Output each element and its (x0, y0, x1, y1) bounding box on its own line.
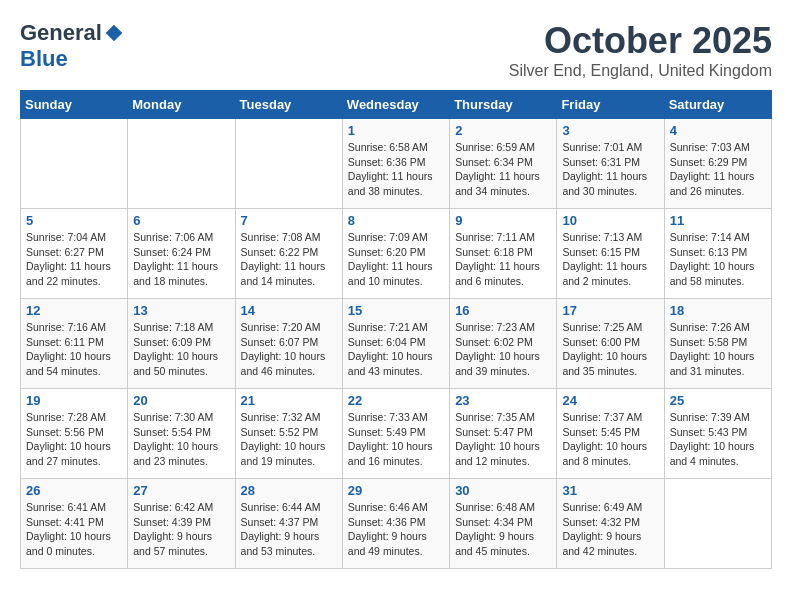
day-info: Sunrise: 6:49 AMSunset: 4:32 PMDaylight:… (562, 500, 658, 559)
day-number: 30 (455, 483, 551, 498)
day-number: 18 (670, 303, 766, 318)
logo-general: General (20, 20, 102, 46)
day-number: 28 (241, 483, 337, 498)
calendar-cell: 27Sunrise: 6:42 AMSunset: 4:39 PMDayligh… (128, 479, 235, 569)
day-info: Sunrise: 6:42 AMSunset: 4:39 PMDaylight:… (133, 500, 229, 559)
calendar-cell: 11Sunrise: 7:14 AMSunset: 6:13 PMDayligh… (664, 209, 771, 299)
day-info: Sunrise: 7:09 AMSunset: 6:20 PMDaylight:… (348, 230, 444, 289)
day-info: Sunrise: 7:21 AMSunset: 6:04 PMDaylight:… (348, 320, 444, 379)
weekday-header-wednesday: Wednesday (342, 91, 449, 119)
calendar-cell: 9Sunrise: 7:11 AMSunset: 6:18 PMDaylight… (450, 209, 557, 299)
calendar-cell: 28Sunrise: 6:44 AMSunset: 4:37 PMDayligh… (235, 479, 342, 569)
day-info: Sunrise: 7:35 AMSunset: 5:47 PMDaylight:… (455, 410, 551, 469)
day-number: 6 (133, 213, 229, 228)
day-number: 4 (670, 123, 766, 138)
calendar-week-row: 12Sunrise: 7:16 AMSunset: 6:11 PMDayligh… (21, 299, 772, 389)
weekday-header-row: SundayMondayTuesdayWednesdayThursdayFrid… (21, 91, 772, 119)
day-number: 13 (133, 303, 229, 318)
day-number: 24 (562, 393, 658, 408)
calendar-cell: 19Sunrise: 7:28 AMSunset: 5:56 PMDayligh… (21, 389, 128, 479)
calendar-cell: 1Sunrise: 6:58 AMSunset: 6:36 PMDaylight… (342, 119, 449, 209)
day-info: Sunrise: 7:39 AMSunset: 5:43 PMDaylight:… (670, 410, 766, 469)
day-info: Sunrise: 6:41 AMSunset: 4:41 PMDaylight:… (26, 500, 122, 559)
calendar-cell: 8Sunrise: 7:09 AMSunset: 6:20 PMDaylight… (342, 209, 449, 299)
calendar-cell (235, 119, 342, 209)
day-info: Sunrise: 6:59 AMSunset: 6:34 PMDaylight:… (455, 140, 551, 199)
day-number: 19 (26, 393, 122, 408)
weekday-header-friday: Friday (557, 91, 664, 119)
day-info: Sunrise: 7:37 AMSunset: 5:45 PMDaylight:… (562, 410, 658, 469)
day-number: 15 (348, 303, 444, 318)
day-info: Sunrise: 7:32 AMSunset: 5:52 PMDaylight:… (241, 410, 337, 469)
day-info: Sunrise: 6:44 AMSunset: 4:37 PMDaylight:… (241, 500, 337, 559)
day-number: 12 (26, 303, 122, 318)
day-number: 8 (348, 213, 444, 228)
day-number: 25 (670, 393, 766, 408)
day-info: Sunrise: 7:01 AMSunset: 6:31 PMDaylight:… (562, 140, 658, 199)
weekday-header-sunday: Sunday (21, 91, 128, 119)
day-info: Sunrise: 7:11 AMSunset: 6:18 PMDaylight:… (455, 230, 551, 289)
day-number: 31 (562, 483, 658, 498)
calendar-cell: 10Sunrise: 7:13 AMSunset: 6:15 PMDayligh… (557, 209, 664, 299)
day-number: 16 (455, 303, 551, 318)
calendar-cell: 17Sunrise: 7:25 AMSunset: 6:00 PMDayligh… (557, 299, 664, 389)
day-info: Sunrise: 7:26 AMSunset: 5:58 PMDaylight:… (670, 320, 766, 379)
day-number: 2 (455, 123, 551, 138)
calendar-cell: 6Sunrise: 7:06 AMSunset: 6:24 PMDaylight… (128, 209, 235, 299)
calendar-cell: 3Sunrise: 7:01 AMSunset: 6:31 PMDaylight… (557, 119, 664, 209)
day-number: 1 (348, 123, 444, 138)
logo-blue: Blue (20, 46, 68, 72)
calendar-cell: 30Sunrise: 6:48 AMSunset: 4:34 PMDayligh… (450, 479, 557, 569)
day-number: 17 (562, 303, 658, 318)
calendar-cell (664, 479, 771, 569)
calendar-cell: 23Sunrise: 7:35 AMSunset: 5:47 PMDayligh… (450, 389, 557, 479)
day-info: Sunrise: 7:04 AMSunset: 6:27 PMDaylight:… (26, 230, 122, 289)
calendar-table: SundayMondayTuesdayWednesdayThursdayFrid… (20, 90, 772, 569)
weekday-header-saturday: Saturday (664, 91, 771, 119)
day-info: Sunrise: 7:16 AMSunset: 6:11 PMDaylight:… (26, 320, 122, 379)
day-number: 27 (133, 483, 229, 498)
day-number: 21 (241, 393, 337, 408)
day-number: 26 (26, 483, 122, 498)
day-number: 7 (241, 213, 337, 228)
calendar-cell: 4Sunrise: 7:03 AMSunset: 6:29 PMDaylight… (664, 119, 771, 209)
day-info: Sunrise: 7:06 AMSunset: 6:24 PMDaylight:… (133, 230, 229, 289)
calendar-week-row: 26Sunrise: 6:41 AMSunset: 4:41 PMDayligh… (21, 479, 772, 569)
day-number: 10 (562, 213, 658, 228)
day-info: Sunrise: 6:48 AMSunset: 4:34 PMDaylight:… (455, 500, 551, 559)
calendar-cell: 15Sunrise: 7:21 AMSunset: 6:04 PMDayligh… (342, 299, 449, 389)
day-info: Sunrise: 7:03 AMSunset: 6:29 PMDaylight:… (670, 140, 766, 199)
calendar-cell: 18Sunrise: 7:26 AMSunset: 5:58 PMDayligh… (664, 299, 771, 389)
calendar-week-row: 1Sunrise: 6:58 AMSunset: 6:36 PMDaylight… (21, 119, 772, 209)
day-info: Sunrise: 7:13 AMSunset: 6:15 PMDaylight:… (562, 230, 658, 289)
calendar-cell: 13Sunrise: 7:18 AMSunset: 6:09 PMDayligh… (128, 299, 235, 389)
day-info: Sunrise: 7:33 AMSunset: 5:49 PMDaylight:… (348, 410, 444, 469)
calendar-cell: 2Sunrise: 6:59 AMSunset: 6:34 PMDaylight… (450, 119, 557, 209)
weekday-header-tuesday: Tuesday (235, 91, 342, 119)
day-info: Sunrise: 7:14 AMSunset: 6:13 PMDaylight:… (670, 230, 766, 289)
day-info: Sunrise: 6:46 AMSunset: 4:36 PMDaylight:… (348, 500, 444, 559)
calendar-cell: 29Sunrise: 6:46 AMSunset: 4:36 PMDayligh… (342, 479, 449, 569)
title-block: October 2025 Silver End, England, United… (509, 20, 772, 80)
calendar-cell: 20Sunrise: 7:30 AMSunset: 5:54 PMDayligh… (128, 389, 235, 479)
day-number: 29 (348, 483, 444, 498)
calendar-cell (128, 119, 235, 209)
calendar-cell: 14Sunrise: 7:20 AMSunset: 6:07 PMDayligh… (235, 299, 342, 389)
calendar-cell: 22Sunrise: 7:33 AMSunset: 5:49 PMDayligh… (342, 389, 449, 479)
day-number: 9 (455, 213, 551, 228)
weekday-header-monday: Monday (128, 91, 235, 119)
calendar-cell (21, 119, 128, 209)
day-info: Sunrise: 7:28 AMSunset: 5:56 PMDaylight:… (26, 410, 122, 469)
logo-icon (104, 23, 124, 43)
day-info: Sunrise: 7:20 AMSunset: 6:07 PMDaylight:… (241, 320, 337, 379)
calendar-cell: 24Sunrise: 7:37 AMSunset: 5:45 PMDayligh… (557, 389, 664, 479)
day-info: Sunrise: 7:30 AMSunset: 5:54 PMDaylight:… (133, 410, 229, 469)
calendar-week-row: 19Sunrise: 7:28 AMSunset: 5:56 PMDayligh… (21, 389, 772, 479)
calendar-cell: 16Sunrise: 7:23 AMSunset: 6:02 PMDayligh… (450, 299, 557, 389)
weekday-header-thursday: Thursday (450, 91, 557, 119)
day-info: Sunrise: 7:18 AMSunset: 6:09 PMDaylight:… (133, 320, 229, 379)
svg-marker-0 (106, 25, 123, 42)
calendar-cell: 12Sunrise: 7:16 AMSunset: 6:11 PMDayligh… (21, 299, 128, 389)
page-header: General Blue October 2025 Silver End, En… (20, 20, 772, 80)
day-info: Sunrise: 6:58 AMSunset: 6:36 PMDaylight:… (348, 140, 444, 199)
